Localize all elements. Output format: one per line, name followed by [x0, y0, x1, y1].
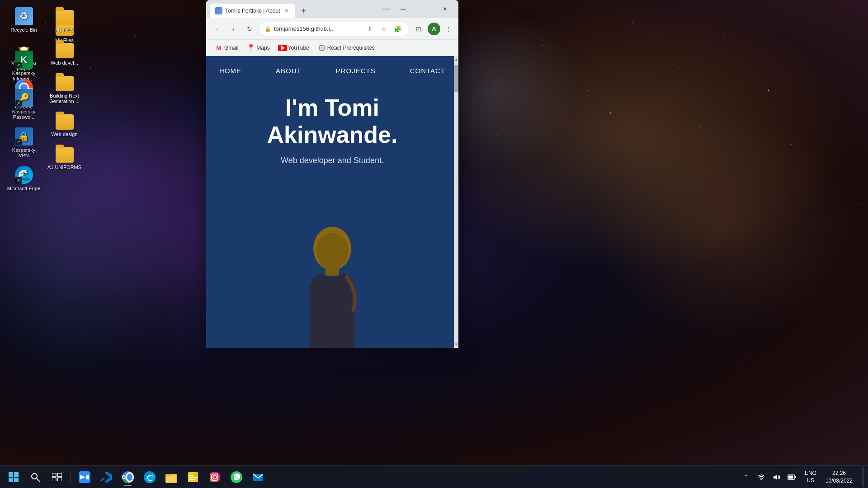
desktop-icon-web-design[interactable]: Web design — [45, 109, 84, 140]
kaspersky-vpn-icon: 🔒 ↗ — [15, 127, 33, 145]
taskbar-app-chrome[interactable] — [118, 467, 138, 487]
taskbar-separator — [71, 470, 71, 484]
shortcut-arrow-icon: ↗ — [15, 177, 22, 183]
svg-point-31 — [213, 475, 217, 479]
website-content: HOME ABOUT PROJECTS CONTACT I'm Tomi Aki… — [206, 56, 458, 348]
bookmark-youtube-label: YouTube — [288, 45, 309, 51]
desktop-icon-label: Building Next Generation ... — [47, 93, 82, 104]
tray-chevron-button[interactable]: ⌃ — [739, 470, 753, 484]
svg-rect-11 — [52, 473, 56, 477]
tray-battery-icon[interactable] — [785, 470, 799, 484]
browser-tab-search-button[interactable]: ⊡ — [412, 23, 425, 35]
clock-time: 22:26 — [826, 469, 853, 477]
mail-icon — [252, 471, 264, 483]
extensions-button[interactable]: 🧩 — [391, 23, 404, 35]
vscode-icon — [100, 471, 112, 483]
hero-title-line2: Akinwande. — [267, 122, 398, 148]
restore-button[interactable]: ⬜ — [414, 2, 434, 16]
tray-volume-icon[interactable] — [769, 470, 784, 484]
desktop-icon-kaspersky-vpn[interactable]: 🔒 ↗ Kaspersky VPN — [5, 125, 43, 161]
scrollbar[interactable]: ▲ ▼ — [454, 56, 458, 348]
desktop-icon-label: Kaspersky VPN — [6, 147, 41, 158]
desktop-icon-kaspersky-password[interactable]: 🔑 ↗ Kaspersky Passwo... — [5, 86, 43, 122]
share-button[interactable]: ⇧ — [364, 23, 377, 35]
shortcut-arrow-icon: ↗ — [15, 90, 22, 96]
taskbar-app-zoom[interactable] — [75, 467, 94, 487]
svg-point-35 — [760, 479, 762, 480]
scrollbar-thumb[interactable] — [454, 65, 458, 92]
browser-menu-button[interactable]: ⋮ — [442, 23, 455, 35]
new-tab-button[interactable]: + — [297, 5, 310, 17]
browser-tab-active[interactable]: Tomi's Portfolio | About ✕ — [210, 4, 295, 18]
start-button[interactable] — [4, 467, 24, 487]
clock[interactable]: 22:26 10/08/2022 — [822, 468, 856, 487]
back-button[interactable]: ‹ — [210, 22, 224, 36]
tab-close-button[interactable]: ✕ — [283, 7, 290, 14]
site-nav-projects[interactable]: PROJECTS — [332, 65, 379, 76]
forward-button[interactable]: › — [226, 22, 241, 36]
scroll-up-arrow[interactable]: ▲ — [454, 56, 458, 63]
edge-icon: 🌊 ↗ — [15, 166, 33, 184]
desktop-icon-kaspersky-internet[interactable]: K ↗ Kaspersky Internet ... — [5, 48, 43, 84]
desktop-icon-edge[interactable]: 🌊 ↗ Microsoft Edge — [5, 163, 43, 194]
browser-window: Tomi's Portfolio | About ✕ + ─ ⬜ ✕ ‹ › ↻… — [206, 0, 458, 348]
tray-wifi-icon[interactable] — [754, 470, 769, 484]
site-nav-contact[interactable]: CONTACT — [406, 65, 449, 76]
url-text: tomjames156.github.i... — [274, 25, 361, 32]
language-indicator[interactable]: ENG US — [803, 468, 818, 486]
bookmark-react[interactable]: React Prerequisites — [315, 42, 378, 53]
gmail-favicon-icon: M — [215, 44, 222, 52]
bookmark-maps[interactable]: 📍 Maps — [244, 42, 273, 53]
task-view-button[interactable] — [47, 467, 67, 487]
show-desktop-button[interactable] — [862, 467, 864, 487]
desktop-icon-label: Microsoft Edge — [7, 186, 40, 191]
desktop-icon-label: Recycle Bin — [10, 27, 37, 33]
bookmark-react-label: React Prerequisites — [327, 45, 375, 51]
desktop-icon-chrome[interactable]: ↗ Google Chrome — [5, 76, 43, 112]
svg-rect-39 — [788, 475, 793, 479]
desktop-icon-a1-uniforms[interactable]: A1 UNIFORMS — [45, 142, 84, 173]
my-files-folder-icon — [56, 18, 74, 36]
desktop-icon-label: Web design — [52, 131, 78, 137]
bookmark-maps-label: Maps — [256, 45, 269, 51]
site-nav-home[interactable]: HOME — [216, 65, 245, 76]
minimize-button[interactable]: ─ — [393, 2, 413, 16]
tab-favicon-icon — [215, 7, 222, 14]
desktop-icon-vlc[interactable]: VLC media player — [5, 38, 43, 74]
desktop-icons-area: ♻ Recycle Bin VLC media player ↗ Google … — [0, 0, 90, 352]
system-tray: ⌃ — [739, 470, 799, 484]
profile-button[interactable]: A — [428, 23, 440, 35]
hero-subtitle: Web developer and Student. — [281, 156, 384, 165]
bookmark-youtube[interactable]: YouTube — [275, 42, 313, 53]
scroll-down-arrow[interactable]: ▼ — [454, 341, 458, 348]
taskbar-app-sticky-notes[interactable] — [183, 467, 203, 487]
svg-rect-38 — [795, 476, 796, 478]
desktop-icon-label: My Files — [55, 27, 74, 33]
taskbar-app-files[interactable] — [161, 467, 181, 487]
desktop-icon-building-next[interactable]: Building Next Generation ... — [45, 70, 84, 107]
desktop-icon-label: A1 UNIFORMS — [47, 164, 81, 170]
bookmark-star-button[interactable]: ☆ — [377, 23, 390, 35]
vlc-icon — [15, 40, 33, 58]
address-bar[interactable]: 🔒 tomjames156.github.i... ⇧ ☆ 🧩 — [259, 22, 410, 36]
desktop-icon-recycle-bin[interactable]: ♻ Recycle Bin — [5, 5, 43, 35]
site-nav-about[interactable]: ABOUT — [272, 65, 305, 76]
desktop: ♻ Recycle Bin VLC media player ↗ Google … — [0, 0, 868, 488]
close-button[interactable]: ✕ — [435, 2, 455, 16]
taskbar-app-instagram[interactable] — [205, 467, 225, 487]
svg-marker-16 — [80, 475, 85, 479]
taskbar-app-vscode[interactable] — [96, 467, 116, 487]
desktop-icon-web-devel[interactable]: Web devel... — [45, 38, 84, 68]
desktop-icon-my-files-2[interactable]: My Files — [45, 5, 84, 35]
reload-button[interactable]: ↻ — [242, 22, 257, 36]
search-button[interactable] — [25, 467, 45, 487]
desktop-icon-my-files[interactable]: My Files — [45, 15, 84, 46]
site-hero: I'm Tomi Akinwande. Web developer and St… — [206, 85, 458, 348]
taskbar: ⌃ — [0, 465, 868, 488]
svg-rect-13 — [52, 478, 56, 481]
taskbar-app-mail[interactable] — [248, 467, 268, 487]
task-view-icon — [52, 473, 62, 481]
bookmark-gmail[interactable]: M Gmail — [212, 42, 242, 53]
taskbar-app-whatsapp[interactable] — [226, 467, 246, 487]
taskbar-app-edge[interactable] — [140, 467, 160, 487]
